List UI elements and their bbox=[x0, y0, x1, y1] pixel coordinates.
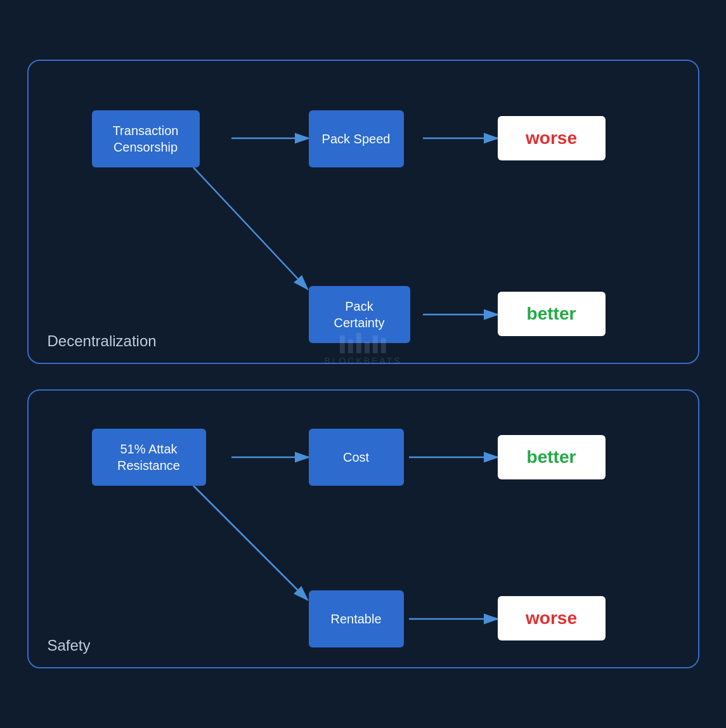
result-better-safety: better bbox=[498, 435, 606, 479]
source-node-safety: 51% Attak Resistance bbox=[92, 429, 206, 486]
pack-certainty-node: Pack Certainty bbox=[309, 286, 410, 343]
rentable-node: Rentable bbox=[309, 590, 404, 647]
safety-label: Safety bbox=[48, 637, 91, 654]
safety-section: 51% Attak Resistance Cost Rentable bette… bbox=[27, 389, 699, 668]
decentralization-diagram: Transaction Censorship Pack Speed Pack C… bbox=[29, 61, 698, 363]
result-worse-decentralization: worse bbox=[498, 116, 606, 160]
decentralization-label: Decentralization bbox=[48, 332, 157, 350]
svg-line-13 bbox=[193, 486, 308, 600]
decentralization-section: Transaction Censorship Pack Speed Pack C… bbox=[27, 60, 699, 364]
cost-node: Cost bbox=[309, 429, 404, 486]
source-node-decentralization: Transaction Censorship bbox=[92, 110, 200, 167]
svg-line-5 bbox=[193, 167, 308, 289]
safety-diagram: 51% Attak Resistance Cost Rentable bette… bbox=[29, 391, 698, 667]
pack-speed-node: Pack Speed bbox=[309, 110, 404, 167]
result-worse-safety: worse bbox=[498, 596, 606, 640]
result-better-decentralization: better bbox=[498, 292, 606, 336]
